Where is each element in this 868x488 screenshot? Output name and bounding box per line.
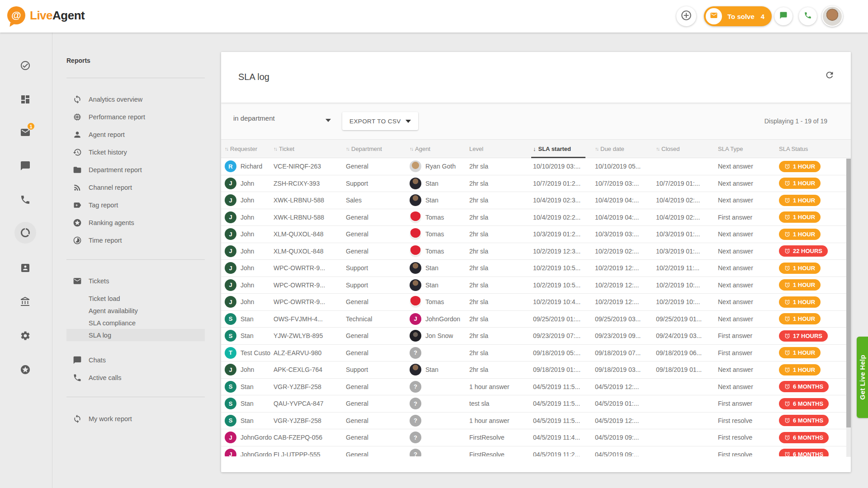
sidebar-item-time-report[interactable]: Time report bbox=[66, 231, 205, 249]
sort-icon: ↑↓ bbox=[595, 146, 598, 151]
column-header-ticket[interactable]: ↑↓Ticket bbox=[274, 140, 346, 158]
table-row[interactable]: SStan YJW-ZWLYB-895 General Jon Snow 2hr… bbox=[221, 328, 851, 345]
table-row[interactable]: SStan VGR-YJZBF-258 General ? 1 hour ans… bbox=[221, 379, 851, 396]
table-row[interactable]: JJohnGordo ELJ-UTPPP-555 General ? First… bbox=[221, 446, 851, 457]
cell-agent: JJohnGordon bbox=[410, 311, 469, 328]
rail-item-mail[interactable]: 1 bbox=[14, 122, 36, 143]
cell-closed: 10/7/2019 01:... bbox=[656, 175, 718, 192]
table-row[interactable]: JJohn XLM-QUXOL-848 General Tomas 2hr sl… bbox=[221, 226, 851, 243]
cell-closed bbox=[656, 446, 718, 457]
user-avatar[interactable] bbox=[822, 6, 843, 27]
table-row[interactable]: JJohn XWK-LRBNU-588 General Tomas 2hr sl… bbox=[221, 209, 851, 226]
table-row[interactable]: JJohn WPC-OWRTR-9... Support Stan 2hr sl… bbox=[221, 260, 851, 277]
get-live-help-tab[interactable]: Get Live Help bbox=[857, 337, 868, 418]
cell-sla-type: Next answer bbox=[718, 192, 779, 209]
alarm-icon bbox=[784, 401, 790, 407]
sidebar-group-tickets[interactable]: Tickets bbox=[66, 272, 205, 290]
sidebar-subitem-ticket-load[interactable]: Ticket load bbox=[66, 292, 205, 305]
rail-item-check-circle[interactable] bbox=[14, 55, 36, 76]
column-header-requester[interactable]: ↑↓Requester bbox=[225, 140, 274, 158]
sidebar-subitem-sla-compliance[interactable]: SLA compliance bbox=[66, 317, 205, 329]
avatar: J bbox=[225, 296, 236, 308]
column-label: Agent bbox=[415, 145, 430, 152]
avatar bbox=[410, 178, 421, 189]
table-row[interactable]: JJohn ZSH-RCIXY-393 Support Stan 2hr sla… bbox=[221, 175, 851, 192]
cell-due-date: 10/2/2019 12:... bbox=[595, 277, 656, 294]
cell-sla-status: 1 HOUR bbox=[779, 226, 846, 243]
sidebar-item-channel-report[interactable]: Channel report bbox=[66, 178, 205, 196]
cell-level: 1 hour answer bbox=[469, 379, 533, 395]
table-scrollbar[interactable] bbox=[846, 159, 851, 457]
refresh-button[interactable] bbox=[825, 70, 835, 82]
column-header-department[interactable]: ↑↓Department bbox=[346, 140, 410, 158]
nav-subitem-label: SLA log bbox=[89, 332, 111, 339]
cell-ticket: VGR-YJZBF-258 bbox=[274, 379, 346, 395]
alarm-icon bbox=[784, 418, 790, 423]
column-header-closed[interactable]: ↑↓Closed bbox=[656, 140, 718, 158]
table-row[interactable]: JJohn WPC-OWRTR-9... Support Stan 2hr sl… bbox=[221, 277, 851, 294]
export-to-csv-button[interactable]: EXPORT TO CSV bbox=[342, 112, 418, 130]
sidebar-item-ranking-agents[interactable]: Ranking agents bbox=[66, 214, 205, 231]
column-header-sla-started[interactable]: ↓SLA started bbox=[533, 140, 595, 158]
table-row[interactable]: TTest Custo ALZ-EARVU-980 General ? 2hr … bbox=[221, 345, 851, 362]
cell-requester: JJohnGordo bbox=[225, 429, 274, 446]
cell-due-date: 10/2/2019 02:... bbox=[595, 243, 656, 260]
cell-closed: 09/18/2019 01... bbox=[656, 361, 718, 378]
table-row[interactable]: JJohn XWK-LRBNU-588 Sales Stan 2hr sla 1… bbox=[221, 192, 851, 209]
avatar: J bbox=[225, 432, 236, 443]
rail-item-dashboard[interactable] bbox=[14, 89, 36, 110]
cell-department: General bbox=[346, 209, 410, 226]
chats-button[interactable] bbox=[774, 7, 793, 25]
sidebar-item-tag-report[interactable]: Tag report bbox=[66, 196, 205, 214]
table-row[interactable]: SStan VGR-YJZBF-258 General ? 1 hour ans… bbox=[221, 413, 851, 430]
sidebar-item-chats[interactable]: Chats bbox=[66, 351, 205, 369]
add-button[interactable] bbox=[676, 6, 696, 26]
sidebar-item-my-work-report[interactable]: My work report bbox=[66, 410, 205, 427]
table-row[interactable]: JJohn WPC-OWRTR-9... General Tomas 2hr s… bbox=[221, 294, 851, 311]
cell-requester: JJohnGordo bbox=[225, 446, 274, 457]
cell-requester: SStan bbox=[225, 379, 274, 395]
to-solve-button[interactable]: To solve 4 bbox=[704, 6, 772, 26]
chevron-down-icon[interactable] bbox=[326, 119, 331, 122]
chat-icon bbox=[73, 356, 82, 365]
rail-item-gear[interactable] bbox=[14, 325, 36, 347]
calls-button[interactable] bbox=[799, 7, 817, 25]
avatar bbox=[410, 194, 421, 206]
cell-sla-started: 04/5/2019 11:5... bbox=[533, 413, 595, 429]
table-row[interactable]: JJohn XLM-QUXOL-848 General Tomas 2hr sl… bbox=[221, 243, 851, 260]
cell-closed: 10/3/2019 01:... bbox=[656, 226, 718, 243]
rail-item-bank[interactable] bbox=[14, 291, 36, 313]
history-icon bbox=[73, 148, 82, 157]
table-row[interactable]: SStan QAU-YVPCA-847 General ? test sla 0… bbox=[221, 395, 851, 413]
sort-icon: ↑↓ bbox=[656, 146, 659, 151]
table-row[interactable]: JJohn APK-CEXLG-764 Support Stan 2hr sla… bbox=[221, 361, 851, 379]
sidebar-subitem-sla-log[interactable]: SLA log bbox=[66, 329, 205, 341]
scrollbar-thumb[interactable] bbox=[846, 159, 851, 427]
table-row[interactable]: JJohnGordo CAB-FZEPQ-056 General ? First… bbox=[221, 429, 851, 446]
rail-item-phone[interactable] bbox=[14, 189, 36, 211]
check-circle-icon bbox=[20, 60, 31, 71]
sidebar-subitem-agent-availability[interactable]: Agent availability bbox=[66, 305, 205, 317]
column-header-due-date[interactable]: ↑↓Due date bbox=[595, 140, 656, 158]
sidebar-item-ticket-history[interactable]: Ticket history bbox=[66, 143, 205, 161]
chat-icon bbox=[779, 11, 788, 21]
department-filter-dropdown[interactable]: in department bbox=[233, 114, 333, 122]
avatar bbox=[410, 211, 421, 223]
rail-item-chat[interactable] bbox=[14, 155, 36, 177]
rail-item-data-usage[interactable] bbox=[14, 222, 36, 244]
sidebar-item-performance-report[interactable]: Performance report bbox=[66, 108, 205, 126]
liveagent-logo[interactable]: @ LiveAgent bbox=[7, 6, 85, 24]
cell-requester: SStan bbox=[225, 395, 274, 412]
table-row[interactable]: RRichard VCE-NIRQF-263 General Ryan Goth… bbox=[221, 158, 851, 175]
divider bbox=[66, 259, 205, 260]
sidebar-item-active-calls[interactable]: Active calls bbox=[66, 369, 205, 386]
rail-item-contact-card[interactable] bbox=[14, 257, 36, 279]
column-header-agent[interactable]: ↑↓Agent bbox=[410, 140, 469, 158]
sidebar-item-analytics-overview[interactable]: Analytics overview bbox=[66, 90, 205, 108]
rail-item-star-circle[interactable] bbox=[14, 359, 36, 380]
alarm-icon bbox=[784, 384, 790, 389]
table-row[interactable]: SStan OWS-FVJMH-4... Technical JJohnGord… bbox=[221, 311, 851, 328]
column-label: Requester bbox=[230, 145, 257, 152]
sidebar-item-agent-report[interactable]: Agent report bbox=[66, 126, 205, 143]
sidebar-item-department-report[interactable]: Department report bbox=[66, 161, 205, 178]
